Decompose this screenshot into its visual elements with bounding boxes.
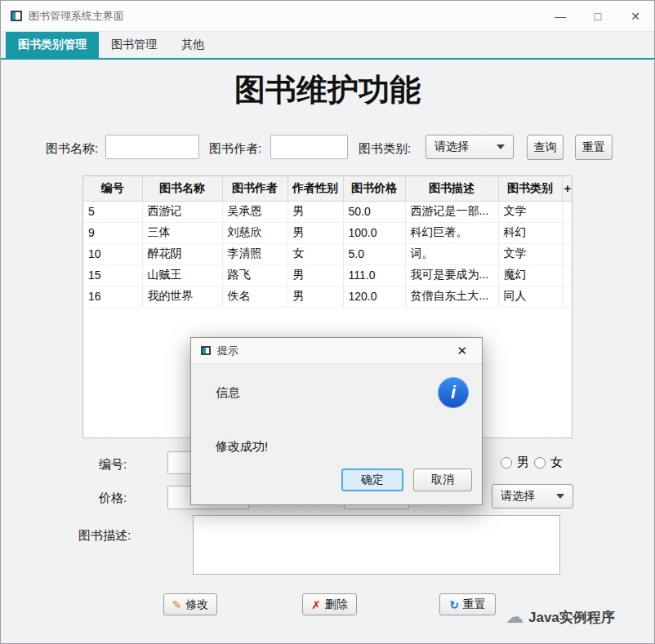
column-header[interactable]: 图书类别 [498, 176, 562, 201]
table-row[interactable]: 9三体刘慈欣男100.0科幻巨著。科幻 [83, 222, 573, 243]
modify-button[interactable]: ✎ 修改 [163, 593, 217, 615]
form-price-label: 价格: [99, 491, 127, 506]
app-window: 图书管理系统主界面 — □ ✕ 图书类别管理 图书管理 其他 图书维护功能 图书… [0, 0, 655, 644]
table-cell: 醉花阴 [142, 243, 222, 264]
table-cell: 5 [83, 201, 142, 222]
window-title: 图书管理系统主界面 [29, 9, 124, 24]
info-icon-glyph: i [451, 382, 456, 403]
delete-button-label: 删除 [325, 597, 348, 612]
table-cell-spacer [562, 201, 573, 222]
male-radio-label: 男 [517, 455, 529, 470]
table-cell: 科幻 [498, 222, 562, 243]
window-controls: — □ ✕ [541, 1, 654, 31]
ok-button[interactable]: 确定 [341, 469, 403, 491]
watermark: ☁ Java实例程序 [506, 606, 615, 628]
column-control-button[interactable]: + [562, 176, 573, 201]
form-desc-textarea[interactable] [193, 515, 560, 575]
tab-book-management[interactable]: 图书管理 [99, 32, 169, 58]
delete-button[interactable]: ✗ 删除 [302, 593, 357, 615]
column-header[interactable]: 编号 [83, 176, 142, 201]
tab-other[interactable]: 其他 [169, 32, 216, 58]
table-cell: 男 [287, 222, 343, 243]
table-cell: 文学 [498, 201, 562, 222]
male-radio[interactable] [501, 457, 512, 469]
book-name-input[interactable] [105, 135, 199, 159]
titlebar: 图书管理系统主界面 — □ ✕ [1, 1, 654, 32]
table-body: 5西游记吴承恩男50.0西游记是一部...文学9三体刘慈欣男100.0科幻巨著。… [83, 201, 573, 307]
table-cell: 50.0 [343, 201, 405, 222]
column-header[interactable]: 作者性别 [287, 176, 343, 201]
category-select[interactable]: 请选择 [426, 135, 514, 159]
gender-radio-group: 男 女 [501, 455, 563, 470]
table-cell: 山贼王 [142, 264, 222, 286]
table-cell: 我的世界 [142, 286, 222, 307]
book-name-label: 图书名称: [46, 141, 98, 157]
query-button[interactable]: 查询 [527, 135, 564, 160]
dialog-close-button[interactable]: ✕ [452, 343, 472, 359]
table-cell-spacer [562, 286, 573, 307]
table-cell: 男 [287, 264, 343, 286]
table-cell: 佚名 [222, 286, 287, 307]
table-cell: 15 [83, 264, 142, 286]
category-select-value: 请选择 [434, 140, 469, 154]
reset-search-button[interactable]: 重置 [575, 135, 613, 160]
table-cell: 词。 [405, 243, 498, 264]
table-row[interactable]: 16我的世界佚名男120.0贫僧自东土大...同人 [83, 286, 573, 307]
table-cell: 10 [83, 243, 142, 264]
modify-button-label: 修改 [185, 597, 208, 612]
table-row[interactable]: 15山贼王路飞男111.0我可是要成为...魔幻 [83, 264, 573, 286]
table-header-row: 编号图书名称图书作者作者性别图书价格图书描述图书类别+ [83, 176, 573, 201]
close-button[interactable]: ✕ [617, 1, 654, 31]
tab-bar: 图书类别管理 图书管理 其他 [1, 32, 654, 60]
table-cell-spacer [562, 222, 573, 243]
table-cell: 西游记 [142, 201, 222, 222]
table-cell-spacer [562, 243, 573, 264]
table-cell: 16 [83, 286, 142, 307]
table-row[interactable]: 5西游记吴承恩男50.0西游记是一部...文学 [83, 201, 573, 222]
reset-arrow-icon: ↻ [449, 599, 459, 611]
table-cell: 三体 [142, 222, 222, 243]
table-cell: 100.0 [343, 222, 405, 243]
app-icon [11, 11, 22, 21]
chevron-down-icon [497, 144, 505, 149]
table-cell: 9 [83, 222, 142, 243]
book-author-input[interactable] [270, 135, 348, 159]
table-cell: 李清照 [222, 243, 287, 264]
table-row[interactable]: 10醉花阴李清照女5.0词。文学 [83, 243, 573, 264]
table-cell: 我可是要成为... [405, 264, 498, 286]
form-category-select-value: 请选择 [501, 489, 535, 504]
dialog-titlebar: 提示 ✕ [191, 338, 482, 364]
cancel-button[interactable]: 取消 [413, 469, 472, 491]
column-header[interactable]: 图书价格 [343, 176, 405, 201]
column-header[interactable]: 图书名称 [142, 176, 222, 201]
table-cell: 111.0 [343, 264, 405, 286]
dialog-info-label: 信息 [216, 385, 240, 401]
dialog-title: 提示 [217, 344, 238, 358]
table-cell: 文学 [498, 243, 562, 264]
table-cell: 男 [287, 201, 343, 222]
table-cell: 男 [287, 286, 343, 307]
delete-x-icon: ✗ [311, 599, 321, 611]
reset-form-button[interactable]: ↻ 重置 [439, 593, 496, 615]
table-cell: 5.0 [343, 243, 405, 264]
table-cell: 女 [287, 243, 343, 264]
female-radio-label: 女 [550, 455, 563, 470]
female-radio[interactable] [534, 457, 546, 469]
book-author-label: 图书作者: [209, 141, 261, 157]
minimize-button[interactable]: — [541, 1, 579, 31]
dialog-message: 修改成功! [216, 439, 268, 455]
form-category-select[interactable]: 请选择 [492, 484, 573, 509]
table-cell: 科幻巨著。 [405, 222, 498, 243]
table-cell: 120.0 [343, 286, 405, 307]
maximize-button[interactable]: □ [579, 1, 617, 31]
message-dialog: 提示 ✕ 信息 i 修改成功! 确定 取消 [190, 337, 483, 505]
table-cell: 西游记是一部... [405, 201, 498, 222]
tab-book-category[interactable]: 图书类别管理 [6, 32, 99, 58]
table-cell-spacer [562, 264, 573, 286]
cloud-icon: ☁ [506, 606, 524, 628]
form-id-label: 编号: [99, 457, 127, 473]
page-title: 图书维护功能 [1, 69, 654, 111]
column-header[interactable]: 图书描述 [405, 176, 498, 201]
column-header[interactable]: 图书作者 [222, 176, 287, 201]
info-icon: i [438, 377, 469, 408]
